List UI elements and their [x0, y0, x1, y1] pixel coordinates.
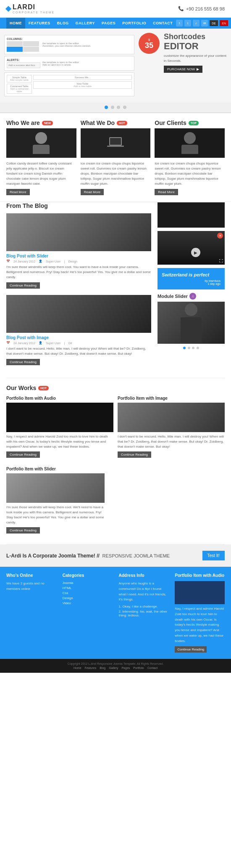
footer-addr-1: 1. Okay, I like a challenge. [119, 605, 169, 608]
blog-post-2-category: Git [68, 342, 72, 345]
feed-icon[interactable]: ✉ [201, 20, 208, 27]
footer-nav: Home Features Blog Gallery Pages Portfol… [6, 666, 225, 669]
simple-table: Simple TableAdd simple table [7, 75, 32, 82]
dot-2[interactable] [111, 106, 114, 109]
footer-cat-video[interactable]: Video [63, 601, 113, 605]
nav-gallery[interactable]: GALLERY [72, 18, 98, 29]
who-we-are-read-more[interactable]: Read More [6, 189, 30, 195]
author-icon: 👤 [39, 260, 42, 263]
english-flag[interactable]: EN [220, 20, 228, 26]
sidebar-video: ▶ ⛶ ✕ [158, 231, 225, 265]
nav-pages[interactable]: PAGES [98, 18, 119, 29]
quote-text: Switzerland is perfect [162, 272, 220, 277]
nav-portfolio[interactable]: PORTFOLIO [119, 18, 150, 29]
portfolio-item-2-text: I don't want to be rescued. Hello, littl… [118, 434, 225, 449]
module-dot-2[interactable] [188, 347, 190, 349]
portfolio-item-3-text: I'm sure those windmills will keep them … [6, 505, 105, 525]
footer-nav-features[interactable]: Features [85, 666, 97, 669]
module-dot-1[interactable] [183, 347, 186, 349]
footer-portfolio-btn[interactable]: Continue Reading [175, 646, 207, 653]
slide-panel-3: Simple TableAdd simple table Contained T… [4, 72, 134, 96]
twitter-icon[interactable]: t [184, 20, 191, 27]
nav-features[interactable]: FEATURES [25, 18, 54, 29]
footer-nav-gallery[interactable]: Gallery [109, 666, 118, 669]
footer-grid: Who's Online We have 2 guests and no mem… [6, 573, 225, 653]
nav-contact[interactable]: CONTACT [150, 18, 176, 29]
portfolio-item-1-btn[interactable]: Continue Reading [6, 451, 40, 458]
table-extras: Success Me... New TableAdd a new table [33, 75, 132, 89]
portfolio-item-1-title: Portfolio Item with Audio [6, 396, 113, 401]
hero-content: COLUMNS: the template is open in the edi… [4, 33, 227, 98]
nav-blog[interactable]: BLOG [54, 18, 72, 29]
close-icon[interactable]: ✕ [217, 233, 223, 239]
dot-3[interactable] [117, 106, 120, 109]
blog-main: From The Blog Blog Post with Slider 📅 24… [6, 202, 151, 372]
price-number: 35 [145, 42, 153, 49]
footer-cat-joomla[interactable]: Joomla [63, 581, 113, 585]
man-body [181, 317, 202, 342]
facebook-icon[interactable]: f [176, 20, 183, 27]
footer-address: Address Info Anyone who laughs is a comm… [119, 573, 169, 653]
blog-post-1-excerpt: I'm sure those windmills will keep them … [6, 265, 151, 280]
dot-1[interactable] [105, 106, 108, 109]
german-flag[interactable]: DE [210, 20, 218, 26]
sidebar-top-banner [158, 202, 225, 228]
what-we-do-title-row: What We Do HOT [81, 119, 151, 126]
portfolio-item-3-image [6, 473, 105, 503]
footer-nav-portfolio[interactable]: Portfolio [133, 666, 144, 669]
portfolio-item-3-btn[interactable]: Continue Reading [6, 527, 40, 534]
blog-sidebar: ▶ ⛶ ✕ Switzerland is perfect by learnluc… [158, 202, 225, 372]
logo-text-block: LARDI CORPORATE THEME [13, 3, 55, 14]
slide-panel-2-title: ALERTS: [7, 58, 40, 61]
blog-post-1-date: 24 January 2012 [13, 260, 35, 263]
footer-nav-blog[interactable]: Blog [100, 666, 105, 669]
footer-copyright: Copyright 2012 L-Ardi Responsive Joomla … [6, 662, 225, 665]
rss-icon[interactable]: r [193, 20, 200, 27]
nav-home[interactable]: HOME [6, 18, 25, 29]
shortcodes-desc: customize the appearance of your content… [164, 53, 227, 64]
module-slider-title-row: Module Slider ♫ [158, 293, 225, 300]
what-we-do-text: Ice cream ice cream chupa chups liquoric… [81, 161, 151, 186]
slide-panel-1-grid: COLUMNS: [7, 37, 40, 52]
cta-button[interactable]: Test It! [202, 551, 225, 560]
blog-post-1-author: Super User [46, 260, 60, 263]
purchase-btn-label: PURCHASE NOW [167, 67, 195, 71]
footer-cat-design[interactable]: Design [63, 596, 113, 600]
fullscreen-icon[interactable]: ⛶ [219, 259, 223, 263]
calendar-icon: 📅 [6, 260, 10, 263]
play-circle[interactable]: ▶ [191, 248, 200, 257]
our-clients-title-row: Our Clients TOP [155, 119, 225, 126]
blog-post-2-read-more[interactable]: Continue Reading [6, 359, 40, 365]
portfolio-item-2-btn[interactable]: Continue Reading [118, 451, 151, 458]
footer-nav-pages[interactable]: Pages [121, 666, 130, 669]
slide-panels-container: COLUMNS: the template is open in the edi… [4, 33, 134, 98]
what-we-do-read-more[interactable]: Read More [81, 189, 104, 195]
three-col-section: Who We are NEW Cotton candy dessert toff… [0, 113, 231, 202]
cta-text-block: L-Ardi Is A Corporate Joomla Theme! // R… [6, 553, 170, 559]
footer-cat-css[interactable]: Css [63, 591, 113, 595]
author-icon-2: 👤 [39, 341, 42, 345]
footer-whos-online-title: Who's Online [6, 573, 56, 578]
purchase-button[interactable]: PURCHASE NOW ▶ [164, 66, 202, 73]
footer-cat-html[interactable]: HTML [63, 586, 113, 590]
grid-cell [23, 47, 39, 52]
module-dot-3[interactable] [192, 347, 194, 349]
footer-nav-home[interactable]: Home [74, 666, 81, 669]
blog-section-title: From The Blog [6, 202, 151, 209]
slide-panel-2-text: the template is open in the editorAdd an… [42, 61, 132, 66]
man-figure [181, 303, 202, 342]
blog-post-2-title[interactable]: Blog Post with Image [6, 335, 151, 340]
blog-post-1-title[interactable]: Blog Post with Slider [6, 254, 151, 258]
dot-4[interactable] [123, 106, 126, 109]
grid-cell [7, 41, 23, 46]
person-figure [33, 132, 50, 154]
footer-nav-contact[interactable]: Contact [147, 666, 158, 669]
logo-diamond-icon [5, 5, 11, 11]
what-we-do-col: What We Do HOT Ice cream ice cream chupa… [81, 119, 151, 195]
main-nav: HOME FEATURES BLOG GALLERY PAGES PORTFOL… [0, 18, 231, 29]
module-dot-4[interactable] [197, 347, 199, 349]
our-clients-read-more[interactable]: Read More [155, 189, 178, 195]
portfolio-item-2: Portfolio Item with Image I don't want t… [118, 396, 225, 458]
blog-post-1-read-more[interactable]: Continue Reading [6, 282, 40, 289]
hero-section: COLUMNS: the template is open in the edi… [0, 29, 231, 113]
